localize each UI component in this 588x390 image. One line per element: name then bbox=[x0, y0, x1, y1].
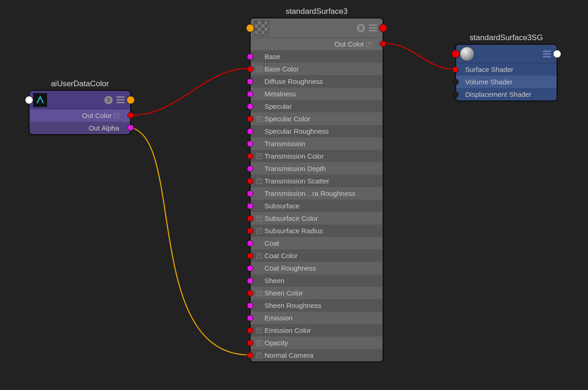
attr-label: Sheen Roughness bbox=[264, 301, 321, 309]
port-base[interactable] bbox=[247, 53, 253, 60]
port-sheen-color[interactable] bbox=[247, 290, 253, 296]
port-base-color[interactable] bbox=[247, 66, 253, 72]
attr-sheen[interactable]: Sheen bbox=[251, 274, 383, 287]
attr-base-color[interactable]: Base Color bbox=[251, 63, 383, 75]
expand-icon[interactable] bbox=[257, 290, 262, 296]
attr-coat[interactable]: Coat bbox=[251, 237, 383, 249]
port-coat-color[interactable] bbox=[247, 253, 253, 259]
node-output-port[interactable] bbox=[126, 96, 135, 104]
attr-label: Opacity bbox=[264, 339, 288, 347]
port-emission-color[interactable] bbox=[247, 327, 253, 334]
port-coat-roughness[interactable] bbox=[247, 265, 253, 272]
attr-diffuse-roughness[interactable]: Diffuse Roughness bbox=[251, 75, 383, 88]
attr-transmission-scatter[interactable]: Transmission Scatter bbox=[251, 175, 383, 187]
port-emission[interactable] bbox=[247, 315, 253, 321]
node-header[interactable]: S bbox=[30, 91, 130, 109]
port-sheen[interactable] bbox=[247, 278, 253, 284]
node-standardsurface3sg[interactable]: Surface ShaderVolume ShaderDisplacement … bbox=[455, 44, 558, 101]
port-specular[interactable] bbox=[247, 103, 253, 110]
expand-icon[interactable] bbox=[257, 253, 262, 259]
attr-label: Coat Color bbox=[264, 252, 298, 260]
port-specular-color[interactable] bbox=[247, 116, 253, 122]
expand-icon[interactable] bbox=[257, 66, 262, 72]
port-metalness[interactable] bbox=[247, 91, 253, 97]
node-output-port[interactable] bbox=[553, 50, 561, 58]
node-menu-icon[interactable] bbox=[116, 96, 125, 103]
expand-icon[interactable] bbox=[257, 116, 262, 122]
attr-opacity[interactable]: Opacity bbox=[251, 337, 383, 349]
expand-icon[interactable] bbox=[257, 328, 262, 333]
port-out-color[interactable] bbox=[127, 112, 134, 118]
output-out-color[interactable]: Out Color bbox=[30, 109, 130, 122]
attr-transmission-ra-roughness[interactable]: Transmission…ra Roughness bbox=[251, 187, 383, 200]
node-aiuserdatacolor[interactable]: S Out Color Out Alpha bbox=[29, 90, 131, 135]
port-subsurface-color[interactable] bbox=[247, 215, 253, 222]
node-menu-icon[interactable] bbox=[543, 50, 551, 57]
attr-coat-roughness[interactable]: Coat Roughness bbox=[251, 262, 383, 274]
attr-subsurface[interactable]: Subsurface bbox=[251, 200, 383, 212]
port-displacement-shader[interactable] bbox=[452, 91, 459, 98]
attr-specular-roughness[interactable]: Specular Roughness bbox=[251, 125, 383, 137]
attr-emission-color[interactable]: Emission Color bbox=[251, 324, 383, 337]
attr-surface-shader[interactable]: Surface Shader bbox=[456, 63, 557, 76]
attr-specular-color[interactable]: Specular Color bbox=[251, 112, 383, 125]
expand-icon[interactable] bbox=[257, 178, 262, 184]
attr-label: Displacement Shader bbox=[465, 90, 531, 98]
output-out-alpha[interactable]: Out Alpha bbox=[30, 122, 130, 134]
attr-displacement-shader[interactable]: Displacement Shader bbox=[456, 88, 557, 100]
port-transmission-depth[interactable] bbox=[247, 165, 253, 172]
port-transmission[interactable] bbox=[247, 141, 253, 147]
expand-icon[interactable] bbox=[257, 154, 262, 159]
port-normal-camera[interactable] bbox=[247, 352, 253, 359]
node-standardsurface3[interactable]: S Out Color BaseBase ColorDiffuse Roughn… bbox=[250, 18, 384, 362]
node-input-port[interactable] bbox=[246, 24, 254, 32]
port-opacity[interactable] bbox=[247, 340, 253, 346]
expand-icon[interactable] bbox=[257, 228, 262, 234]
attr-subsurface-color[interactable]: Subsurface Color bbox=[251, 212, 383, 225]
port-volume-shader[interactable] bbox=[452, 79, 459, 85]
attr-transmission-color[interactable]: Transmission Color bbox=[251, 150, 383, 162]
attr-specular[interactable]: Specular bbox=[251, 100, 383, 112]
port-out-alpha[interactable] bbox=[127, 124, 134, 131]
attr-subsurface-radius[interactable]: Subsurface Radius bbox=[251, 225, 383, 237]
expand-icon[interactable] bbox=[366, 41, 372, 47]
port-sheen-roughness[interactable] bbox=[247, 302, 253, 309]
expand-icon[interactable] bbox=[257, 216, 262, 221]
port-coat[interactable] bbox=[247, 240, 253, 247]
port-subsurface[interactable] bbox=[247, 203, 253, 209]
attr-transmission-depth[interactable]: Transmission Depth bbox=[251, 162, 383, 175]
attr-metalness[interactable]: Metalness bbox=[251, 88, 383, 100]
output-out-color[interactable]: Out Color bbox=[251, 38, 383, 50]
node-header[interactable]: S bbox=[251, 18, 383, 38]
attr-label: Subsurface Color bbox=[264, 214, 318, 222]
attr-sheen-color[interactable]: Sheen Color bbox=[251, 287, 383, 299]
node-input-port[interactable] bbox=[25, 96, 33, 104]
port-surface-shader[interactable] bbox=[452, 66, 459, 73]
solo-icon[interactable]: S bbox=[104, 96, 113, 104]
port-out-color[interactable] bbox=[380, 41, 386, 47]
solo-icon[interactable]: S bbox=[357, 24, 365, 32]
node-output-port[interactable] bbox=[379, 24, 387, 32]
output-label: Out Color bbox=[82, 112, 112, 119]
node-menu-icon[interactable] bbox=[369, 24, 377, 31]
node-header[interactable] bbox=[456, 45, 557, 63]
attr-emission[interactable]: Emission bbox=[251, 312, 383, 324]
node-input-port[interactable] bbox=[451, 50, 460, 58]
attr-volume-shader[interactable]: Volume Shader bbox=[456, 76, 557, 88]
attr-sheen-roughness[interactable]: Sheen Roughness bbox=[251, 299, 383, 312]
attr-label: Volume Shader bbox=[465, 78, 513, 86]
attr-normal-camera[interactable]: Normal Camera bbox=[251, 349, 383, 361]
port-specular-roughness[interactable] bbox=[247, 128, 253, 135]
attr-label: Surface Shader bbox=[465, 65, 513, 73]
port-transmission-scatter[interactable] bbox=[247, 178, 253, 184]
expand-icon[interactable] bbox=[257, 353, 262, 358]
attr-transmission[interactable]: Transmission bbox=[251, 137, 383, 150]
expand-icon[interactable] bbox=[257, 340, 262, 346]
port-transmission-ra-roughness[interactable] bbox=[247, 190, 253, 197]
attr-base[interactable]: Base bbox=[251, 50, 383, 63]
port-transmission-color[interactable] bbox=[247, 153, 253, 160]
expand-icon[interactable] bbox=[114, 113, 119, 118]
attr-coat-color[interactable]: Coat Color bbox=[251, 249, 383, 262]
port-diffuse-roughness[interactable] bbox=[247, 78, 253, 85]
port-subsurface-radius[interactable] bbox=[247, 228, 253, 234]
